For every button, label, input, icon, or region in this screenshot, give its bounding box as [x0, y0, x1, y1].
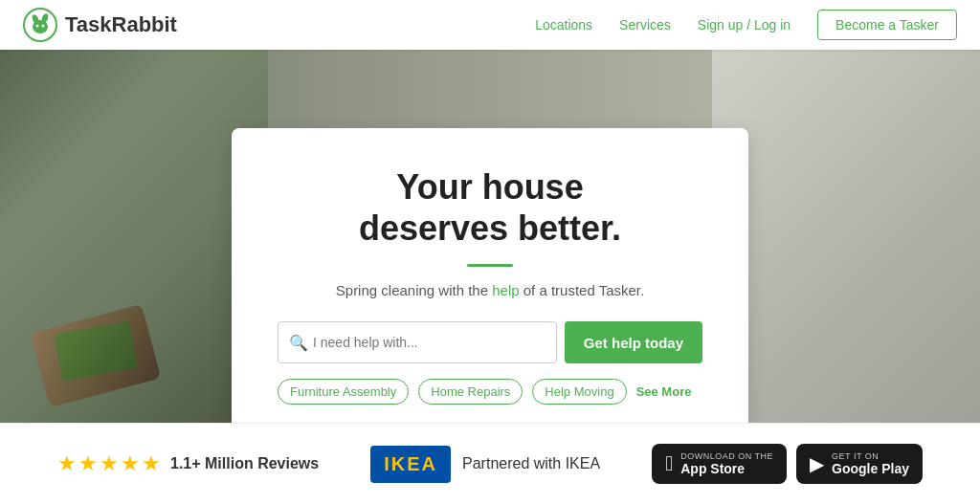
- star-half: ★: [142, 451, 161, 476]
- ikea-text: Partnered with IKEA: [462, 455, 600, 472]
- reviews-count: 1.1+ Million Reviews: [170, 455, 319, 472]
- star-3: ★: [100, 451, 119, 476]
- bottom-bar: ★ ★ ★ ★ ★ 1.1+ Million Reviews IKEA Part…: [0, 423, 980, 504]
- nav-links: Locations Services Sign up / Log in Beco…: [535, 10, 957, 40]
- app-store-large-text: App Store: [680, 461, 773, 476]
- see-more-link[interactable]: See More: [636, 384, 692, 399]
- reviews-section: ★ ★ ★ ★ ★ 1.1+ Million Reviews: [57, 451, 319, 476]
- apple-icon: : [665, 453, 673, 474]
- quick-link-help-moving[interactable]: Help Moving: [532, 379, 626, 405]
- hero-subtitle: Spring cleaning with the help of a trust…: [278, 282, 702, 298]
- star-2: ★: [78, 451, 98, 476]
- nav-signup-login[interactable]: Sign up / Log in: [698, 17, 791, 33]
- search-input-wrap: 🔍: [278, 321, 557, 363]
- svg-point-5: [42, 25, 45, 28]
- search-input[interactable]: [278, 321, 557, 363]
- quick-link-furniture-assembly[interactable]: Furniture Assembly: [278, 379, 409, 405]
- nav-locations[interactable]: Locations: [535, 17, 592, 33]
- ikea-logo: IKEA: [370, 446, 451, 483]
- get-help-button[interactable]: Get help today: [565, 321, 702, 363]
- quick-link-home-repairs[interactable]: Home Repairs: [418, 379, 523, 405]
- google-play-large-text: Google Play: [832, 461, 909, 476]
- logo-text: TaskRabbit: [65, 12, 177, 37]
- quick-links: Furniture Assembly Home Repairs Help Mov…: [278, 379, 702, 405]
- taskrabbit-logo-icon: [23, 8, 57, 42]
- ikea-section: IKEA Partnered with IKEA: [370, 446, 600, 483]
- hero-right-image: [712, 50, 980, 423]
- nav-services[interactable]: Services: [619, 17, 671, 33]
- hero-section: Your house deserves better. Spring clean…: [0, 50, 980, 423]
- google-play-small-text: GET IT ON: [832, 451, 909, 461]
- app-store-text: Download on the App Store: [680, 451, 773, 476]
- logo-area: TaskRabbit: [23, 8, 535, 42]
- svg-point-3: [33, 20, 48, 33]
- hero-left-image: [0, 50, 268, 423]
- hero-title: Your house deserves better.: [278, 166, 702, 249]
- search-icon: 🔍: [289, 334, 308, 352]
- green-divider: [467, 264, 513, 267]
- google-play-button[interactable]: ▶ GET IT ON Google Play: [796, 444, 923, 484]
- svg-point-4: [36, 25, 39, 28]
- google-play-icon: ▶: [810, 452, 824, 475]
- star-4: ★: [121, 451, 140, 476]
- search-row: 🔍 Get help today: [278, 321, 702, 363]
- become-tasker-button[interactable]: Become a Tasker: [817, 10, 957, 40]
- app-store-button[interactable]:  Download on the App Store: [652, 444, 787, 484]
- app-store-small-text: Download on the: [680, 451, 773, 461]
- hero-card: Your house deserves better. Spring clean…: [232, 128, 748, 423]
- star-rating: ★ ★ ★ ★ ★: [57, 451, 161, 476]
- app-buttons:  Download on the App Store ▶ GET IT ON …: [652, 444, 923, 484]
- header: TaskRabbit Locations Services Sign up / …: [0, 0, 980, 50]
- star-1: ★: [57, 451, 77, 476]
- google-play-text: GET IT ON Google Play: [832, 451, 909, 476]
